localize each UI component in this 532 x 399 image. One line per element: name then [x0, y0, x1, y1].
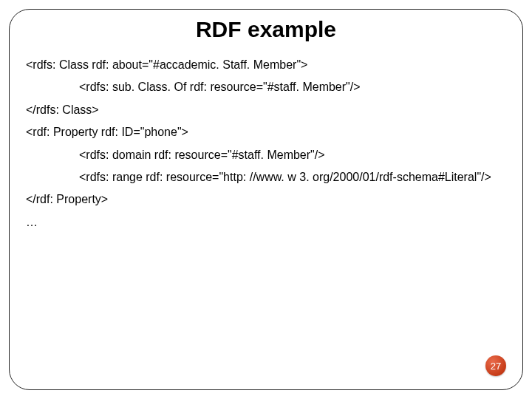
code-line: </rdf: Property> [26, 188, 506, 211]
code-line: <rdfs: sub. Class. Of rdf: resource="#st… [26, 76, 506, 98]
code-line: <rdfs: domain rdf: resource="#staff. Mem… [26, 144, 506, 166]
code-line: <rdfs: range rdf: resource="http: //www.… [26, 166, 506, 188]
code-line: <rdfs: Class rdf: about="#accademic. Sta… [26, 54, 506, 76]
page-number-badge: 27 [485, 355, 506, 376]
code-line: <rdf: Property rdf: ID="phone"> [26, 121, 506, 143]
code-line: … [26, 211, 506, 233]
slide-frame: RDF example <rdfs: Class rdf: about="#ac… [9, 9, 523, 390]
slide-title: RDF example [10, 17, 522, 42]
code-block: <rdfs: Class rdf: about="#accademic. Sta… [10, 54, 522, 233]
page-number: 27 [491, 361, 501, 372]
code-line: </rdfs: Class> [26, 99, 506, 121]
